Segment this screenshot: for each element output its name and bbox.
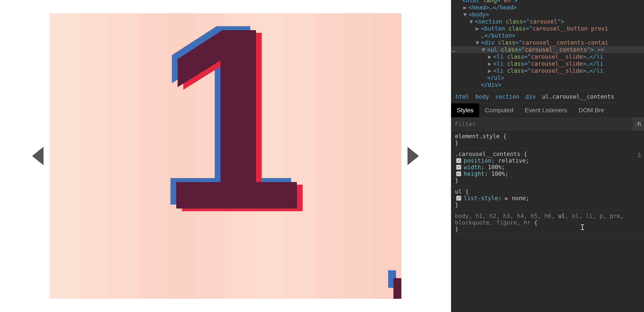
carousel-slide: 1 1 1 — [50, 13, 401, 299]
styles-filter-row: :h — [451, 118, 644, 131]
page-preview: 1 1 1 — [0, 0, 451, 312]
dom-node[interactable]: ▶<li class="carousel__slide>…</li — [451, 60, 644, 67]
carousel: 1 1 1 — [32, 13, 419, 299]
dom-node[interactable]: </ul> — [451, 74, 644, 81]
dom-node[interactable]: ▶<button class="carousel__button previ — [451, 25, 644, 32]
source-link[interactable]: s — [638, 151, 641, 157]
css-rule[interactable]: .carousel__contents {s✓position: relativ… — [451, 148, 644, 186]
breadcrumb-item[interactable]: div — [526, 94, 536, 100]
breadcrumb-item[interactable]: section — [495, 94, 520, 100]
property-toggle-checkbox[interactable]: ✓ — [456, 196, 461, 200]
breadcrumb-item[interactable]: ul.carousel__contents — [542, 94, 614, 100]
tab-dom-bre[interactable]: DOM Bre — [573, 103, 610, 117]
dom-node[interactable]: ▶<head>…</head> — [451, 4, 644, 11]
tab-computed[interactable]: Computed — [479, 103, 519, 117]
styles-pane[interactable]: element.style {}.carousel__contents {s✓p… — [451, 131, 644, 312]
css-property[interactable]: ✓height: 100%; — [455, 170, 640, 177]
dom-node[interactable]: ▼<body> — [451, 11, 644, 18]
dom-node[interactable]: …</button> — [451, 32, 644, 39]
breadcrumb-item[interactable]: body — [476, 94, 489, 100]
dom-node[interactable]: ▼<section class="carousel"> — [451, 18, 644, 25]
carousel-next-button[interactable] — [408, 147, 419, 165]
dom-node[interactable]: ▶<li class="carousel__slide>…</li — [451, 53, 644, 60]
breadcrumb-item[interactable]: html — [456, 94, 469, 100]
dom-node[interactable]: ▼<ul class="carousel__contents"> == — [451, 46, 644, 53]
breadcrumb[interactable]: htmlbodysectiondivul.carousel__contents — [451, 90, 644, 103]
elements-tree[interactable]: <html lang="en">▶<head>…</head>▼<body>▼<… — [451, 0, 644, 90]
styles-tabs[interactable]: StylesComputedEvent ListenersDOM Bre — [451, 103, 644, 118]
css-property[interactable]: ✓width: 100%; — [455, 164, 640, 170]
property-toggle-checkbox[interactable]: ✓ — [456, 172, 461, 176]
tab-event-listeners[interactable]: Event Listeners — [519, 103, 573, 117]
css-property[interactable]: ✓position: relative; — [455, 157, 640, 164]
carousel-prev-button[interactable] — [32, 147, 44, 165]
dom-node[interactable]: </div> — [451, 81, 644, 88]
toggle-hover-button[interactable]: :h — [633, 118, 644, 130]
tab-styles[interactable]: Styles — [451, 103, 479, 117]
next-slide-peek — [388, 270, 401, 299]
css-rule[interactable]: ul {✓list-style: ▶ none;} — [451, 186, 644, 210]
dom-node[interactable]: <html lang="en"> — [451, 0, 644, 4]
css-property[interactable]: ✓list-style: ▶ none; — [455, 195, 640, 202]
devtools-panel: <html lang="en">▶<head>…</head>▼<body>▼<… — [451, 0, 644, 312]
dom-node[interactable]: ▶<li class="carousel__slide>…</li — [451, 67, 644, 74]
styles-filter-input[interactable] — [451, 118, 633, 130]
property-toggle-checkbox[interactable]: ✓ — [456, 158, 461, 163]
slide-digit: 1 — [160, 13, 291, 248]
css-rule[interactable]: body, h1, h2, h3, h4, h5, h6, ul, ol, li… — [451, 210, 644, 235]
css-rule[interactable]: element.style {} — [451, 131, 644, 148]
property-toggle-checkbox[interactable]: ✓ — [456, 165, 461, 170]
dom-node[interactable]: ▼<div class="carousel__contents-contai — [451, 39, 644, 46]
